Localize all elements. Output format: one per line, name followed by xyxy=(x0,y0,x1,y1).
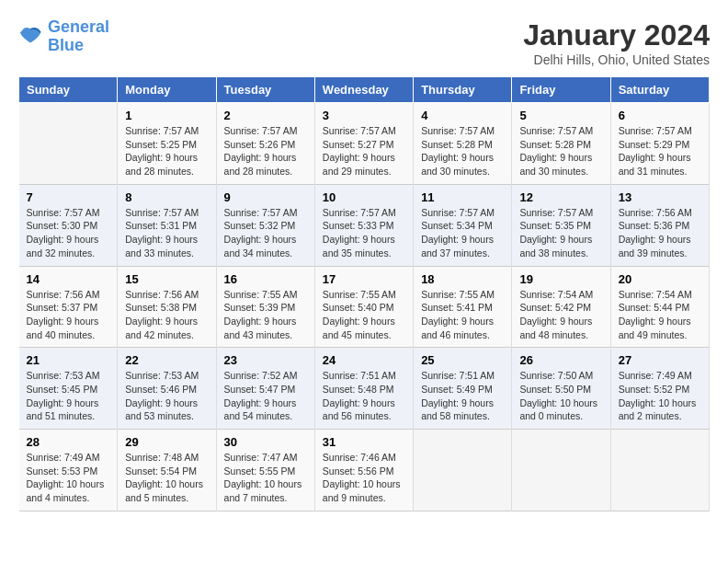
day-number: 12 xyxy=(519,190,602,204)
calendar-cell: 23Sunrise: 7:52 AMSunset: 5:47 PMDayligh… xyxy=(216,348,314,430)
day-info: Sunrise: 7:54 AMSunset: 5:44 PMDaylight:… xyxy=(619,288,701,342)
calendar-cell: 22Sunrise: 7:53 AMSunset: 5:46 PMDayligh… xyxy=(118,348,216,430)
logo: General Blue xyxy=(18,18,109,55)
day-number: 26 xyxy=(519,353,602,367)
calendar-cell: 14Sunrise: 7:56 AMSunset: 5:37 PMDayligh… xyxy=(19,266,118,348)
calendar-cell: 9Sunrise: 7:57 AMSunset: 5:32 PMDaylight… xyxy=(216,184,314,266)
day-number: 19 xyxy=(519,272,602,286)
calendar-cell xyxy=(610,430,709,511)
day-info: Sunrise: 7:55 AMSunset: 5:39 PMDaylight:… xyxy=(224,288,307,342)
day-number: 2 xyxy=(224,109,307,122)
calendar-cell: 15Sunrise: 7:56 AMSunset: 5:38 PMDayligh… xyxy=(118,266,216,348)
day-number: 10 xyxy=(323,190,405,204)
calendar-header-row: SundayMondayTuesdayWednesdayThursdayFrid… xyxy=(19,77,710,103)
calendar-cell xyxy=(19,103,118,185)
day-info: Sunrise: 7:51 AMSunset: 5:49 PMDaylight:… xyxy=(421,369,504,423)
day-info: Sunrise: 7:54 AMSunset: 5:42 PMDaylight:… xyxy=(519,288,602,342)
day-info: Sunrise: 7:57 AMSunset: 5:30 PMDaylight:… xyxy=(27,206,110,260)
day-number: 3 xyxy=(323,109,405,122)
calendar-cell: 28Sunrise: 7:49 AMSunset: 5:53 PMDayligh… xyxy=(19,430,118,511)
day-number: 9 xyxy=(224,190,307,204)
day-info: Sunrise: 7:57 AMSunset: 5:32 PMDaylight:… xyxy=(224,206,307,260)
day-info: Sunrise: 7:57 AMSunset: 5:28 PMDaylight:… xyxy=(519,124,602,178)
day-number: 31 xyxy=(323,435,405,449)
day-number: 14 xyxy=(27,272,110,286)
header-day-tuesday: Tuesday xyxy=(216,77,314,103)
day-info: Sunrise: 7:55 AMSunset: 5:41 PMDaylight:… xyxy=(421,288,504,342)
page-header: General Blue January 2024 Delhi Hills, O… xyxy=(18,18,710,67)
header-day-friday: Friday xyxy=(512,77,610,103)
day-number: 22 xyxy=(125,353,208,367)
logo-icon xyxy=(18,24,44,50)
day-info: Sunrise: 7:49 AMSunset: 5:52 PMDaylight:… xyxy=(619,369,701,423)
day-number: 1 xyxy=(125,109,208,122)
calendar-cell: 31Sunrise: 7:46 AMSunset: 5:56 PMDayligh… xyxy=(314,430,413,511)
calendar-cell: 21Sunrise: 7:53 AMSunset: 5:45 PMDayligh… xyxy=(19,348,118,430)
calendar-cell: 24Sunrise: 7:51 AMSunset: 5:48 PMDayligh… xyxy=(314,348,413,430)
day-number: 29 xyxy=(125,435,208,449)
header-day-monday: Monday xyxy=(118,77,216,103)
calendar-cell: 4Sunrise: 7:57 AMSunset: 5:28 PMDaylight… xyxy=(414,103,512,185)
day-info: Sunrise: 7:57 AMSunset: 5:35 PMDaylight:… xyxy=(519,206,602,260)
day-info: Sunrise: 7:57 AMSunset: 5:28 PMDaylight:… xyxy=(421,124,504,178)
day-number: 11 xyxy=(421,190,504,204)
day-info: Sunrise: 7:57 AMSunset: 5:34 PMDaylight:… xyxy=(421,206,504,260)
day-number: 23 xyxy=(224,353,307,367)
day-info: Sunrise: 7:48 AMSunset: 5:54 PMDaylight:… xyxy=(125,451,208,505)
header-day-saturday: Saturday xyxy=(610,77,709,103)
calendar-cell: 16Sunrise: 7:55 AMSunset: 5:39 PMDayligh… xyxy=(216,266,314,348)
header-day-wednesday: Wednesday xyxy=(314,77,413,103)
day-number: 27 xyxy=(619,353,701,367)
day-number: 30 xyxy=(224,435,307,449)
calendar-cell: 17Sunrise: 7:55 AMSunset: 5:40 PMDayligh… xyxy=(314,266,413,348)
day-info: Sunrise: 7:57 AMSunset: 5:29 PMDaylight:… xyxy=(619,124,701,178)
calendar-cell: 13Sunrise: 7:56 AMSunset: 5:36 PMDayligh… xyxy=(610,184,709,266)
calendar-week-row: 14Sunrise: 7:56 AMSunset: 5:37 PMDayligh… xyxy=(19,266,710,348)
day-number: 16 xyxy=(224,272,307,286)
title-block: January 2024 Delhi Hills, Ohio, United S… xyxy=(523,18,710,67)
day-number: 24 xyxy=(323,353,405,367)
day-info: Sunrise: 7:57 AMSunset: 5:26 PMDaylight:… xyxy=(224,124,307,178)
day-info: Sunrise: 7:53 AMSunset: 5:45 PMDaylight:… xyxy=(27,369,110,423)
calendar-cell: 20Sunrise: 7:54 AMSunset: 5:44 PMDayligh… xyxy=(610,266,709,348)
day-number: 8 xyxy=(125,190,208,204)
day-info: Sunrise: 7:53 AMSunset: 5:46 PMDaylight:… xyxy=(125,369,208,423)
calendar-cell xyxy=(512,430,610,511)
calendar-cell: 2Sunrise: 7:57 AMSunset: 5:26 PMDaylight… xyxy=(216,103,314,185)
calendar-cell: 30Sunrise: 7:47 AMSunset: 5:55 PMDayligh… xyxy=(216,430,314,511)
calendar-cell: 29Sunrise: 7:48 AMSunset: 5:54 PMDayligh… xyxy=(118,430,216,511)
day-info: Sunrise: 7:57 AMSunset: 5:27 PMDaylight:… xyxy=(323,124,405,178)
calendar-cell: 25Sunrise: 7:51 AMSunset: 5:49 PMDayligh… xyxy=(414,348,512,430)
calendar-week-row: 1Sunrise: 7:57 AMSunset: 5:25 PMDaylight… xyxy=(19,103,710,185)
calendar-cell: 12Sunrise: 7:57 AMSunset: 5:35 PMDayligh… xyxy=(512,184,610,266)
calendar-week-row: 21Sunrise: 7:53 AMSunset: 5:45 PMDayligh… xyxy=(19,348,710,430)
day-info: Sunrise: 7:56 AMSunset: 5:36 PMDaylight:… xyxy=(619,206,701,260)
calendar-cell: 6Sunrise: 7:57 AMSunset: 5:29 PMDaylight… xyxy=(610,103,709,185)
logo-text: General Blue xyxy=(48,18,109,55)
calendar-cell: 26Sunrise: 7:50 AMSunset: 5:50 PMDayligh… xyxy=(512,348,610,430)
day-number: 28 xyxy=(27,435,110,449)
day-number: 18 xyxy=(421,272,504,286)
day-number: 20 xyxy=(619,272,701,286)
day-info: Sunrise: 7:57 AMSunset: 5:31 PMDaylight:… xyxy=(125,206,208,260)
day-info: Sunrise: 7:46 AMSunset: 5:56 PMDaylight:… xyxy=(323,451,405,505)
day-number: 21 xyxy=(27,353,110,367)
day-info: Sunrise: 7:56 AMSunset: 5:37 PMDaylight:… xyxy=(27,288,110,342)
day-info: Sunrise: 7:57 AMSunset: 5:33 PMDaylight:… xyxy=(323,206,405,260)
day-number: 6 xyxy=(619,109,701,122)
calendar-cell: 5Sunrise: 7:57 AMSunset: 5:28 PMDaylight… xyxy=(512,103,610,185)
day-info: Sunrise: 7:57 AMSunset: 5:25 PMDaylight:… xyxy=(125,124,208,178)
month-title: January 2024 xyxy=(523,18,710,52)
calendar-table: SundayMondayTuesdayWednesdayThursdayFrid… xyxy=(18,76,710,511)
header-day-sunday: Sunday xyxy=(19,77,118,103)
day-number: 7 xyxy=(27,190,110,204)
day-info: Sunrise: 7:52 AMSunset: 5:47 PMDaylight:… xyxy=(224,369,307,423)
day-number: 17 xyxy=(323,272,405,286)
calendar-cell: 18Sunrise: 7:55 AMSunset: 5:41 PMDayligh… xyxy=(414,266,512,348)
day-info: Sunrise: 7:50 AMSunset: 5:50 PMDaylight:… xyxy=(519,369,602,423)
calendar-cell xyxy=(414,430,512,511)
day-number: 4 xyxy=(421,109,504,122)
day-info: Sunrise: 7:47 AMSunset: 5:55 PMDaylight:… xyxy=(224,451,307,505)
calendar-cell: 8Sunrise: 7:57 AMSunset: 5:31 PMDaylight… xyxy=(118,184,216,266)
day-info: Sunrise: 7:55 AMSunset: 5:40 PMDaylight:… xyxy=(323,288,405,342)
